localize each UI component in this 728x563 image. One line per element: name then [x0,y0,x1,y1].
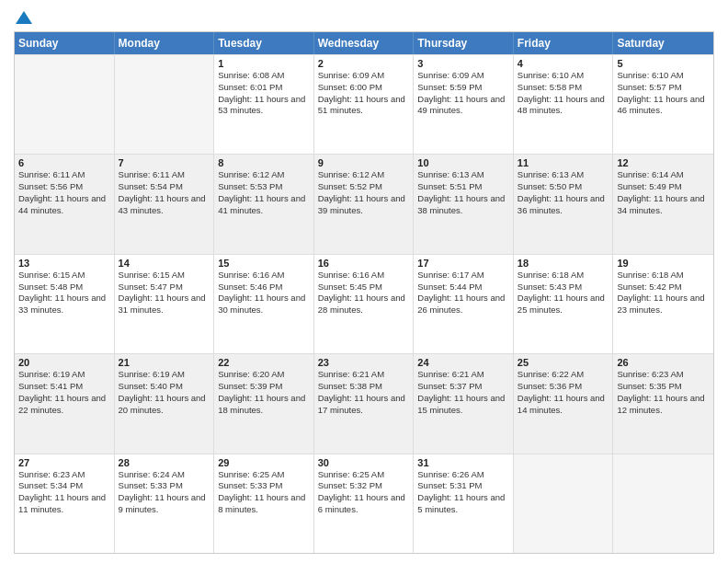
day-number: 22 [218,357,310,368]
sunrise-text: Sunrise: 6:23 AM [617,369,710,381]
calendar-cell: 16Sunrise: 6:16 AMSunset: 5:45 PMDayligh… [314,255,415,353]
sunrise-text: Sunrise: 6:12 AM [318,169,410,181]
day-number: 17 [417,258,509,269]
calendar-cell: 13Sunrise: 6:15 AMSunset: 5:48 PMDayligh… [15,255,115,353]
daylight-text: Daylight: 11 hours and 49 minutes. [417,94,509,118]
sunset-text: Sunset: 5:43 PM [518,282,609,293]
sunset-text: Sunset: 5:50 PM [518,181,609,193]
day-number: 5 [617,58,710,69]
logo [14,9,32,26]
day-number: 14 [119,258,210,269]
sunrise-text: Sunrise: 6:11 AM [18,169,110,181]
calendar-cell: 18Sunrise: 6:18 AMSunset: 5:43 PMDayligh… [514,255,614,353]
header-day-saturday: Saturday [613,32,713,54]
day-number: 3 [417,58,509,69]
calendar-body: 1Sunrise: 6:08 AMSunset: 6:01 PMDaylight… [15,54,713,553]
calendar-cell: 30Sunrise: 6:25 AMSunset: 5:32 PMDayligh… [314,454,415,553]
day-number: 19 [617,258,710,269]
calendar-header: SundayMondayTuesdayWednesdayThursdayFrid… [15,32,713,54]
calendar-cell: 4Sunrise: 6:10 AMSunset: 5:58 PMDaylight… [514,55,614,154]
day-number: 25 [518,357,609,368]
header-day-monday: Monday [115,32,215,54]
daylight-text: Daylight: 11 hours and 17 minutes. [318,393,410,417]
sunrise-text: Sunrise: 6:09 AM [417,70,509,82]
sunset-text: Sunset: 5:41 PM [18,381,110,393]
day-number: 29 [218,457,310,468]
sunrise-text: Sunrise: 6:11 AM [119,169,210,181]
calendar-row-3: 20Sunrise: 6:19 AMSunset: 5:41 PMDayligh… [15,353,713,453]
day-number: 30 [318,457,410,468]
day-number: 15 [218,258,310,269]
daylight-text: Daylight: 11 hours and 12 minutes. [617,393,710,417]
day-number: 26 [617,357,710,368]
sunrise-text: Sunrise: 6:22 AM [518,369,609,381]
sunrise-text: Sunrise: 6:17 AM [417,270,509,282]
day-number: 24 [417,357,509,368]
sunrise-text: Sunrise: 6:08 AM [218,70,310,82]
daylight-text: Daylight: 11 hours and 41 minutes. [218,193,310,217]
sunset-text: Sunset: 5:44 PM [417,282,509,293]
sunrise-text: Sunrise: 6:12 AM [218,169,310,181]
day-number: 11 [518,157,609,168]
calendar-cell: 23Sunrise: 6:21 AMSunset: 5:38 PMDayligh… [314,354,415,453]
sunrise-text: Sunrise: 6:21 AM [417,369,509,381]
day-number: 28 [119,457,210,468]
day-number: 20 [18,357,110,368]
calendar-cell: 26Sunrise: 6:23 AMSunset: 5:35 PMDayligh… [613,354,713,453]
sunset-text: Sunset: 5:54 PM [119,181,210,193]
calendar-cell: 2Sunrise: 6:09 AMSunset: 6:00 PMDaylight… [314,55,415,154]
calendar-row-4: 27Sunrise: 6:23 AMSunset: 5:34 PMDayligh… [15,454,713,553]
day-number: 4 [518,58,609,69]
daylight-text: Daylight: 11 hours and 31 minutes. [119,293,210,316]
daylight-text: Daylight: 11 hours and 43 minutes. [119,193,210,217]
calendar-cell: 28Sunrise: 6:24 AMSunset: 5:33 PMDayligh… [115,454,215,553]
daylight-text: Daylight: 11 hours and 8 minutes. [218,492,310,516]
sunset-text: Sunset: 5:56 PM [18,181,110,193]
calendar-cell: 21Sunrise: 6:19 AMSunset: 5:40 PMDayligh… [115,354,215,453]
sunrise-text: Sunrise: 6:21 AM [318,369,410,381]
day-number: 9 [318,157,410,168]
calendar-cell [514,454,614,553]
sunset-text: Sunset: 5:58 PM [518,82,609,94]
day-number: 1 [218,58,310,69]
calendar-cell: 27Sunrise: 6:23 AMSunset: 5:34 PMDayligh… [15,454,115,553]
sunset-text: Sunset: 5:40 PM [119,381,210,393]
calendar-cell: 7Sunrise: 6:11 AMSunset: 5:54 PMDaylight… [115,155,215,253]
sunset-text: Sunset: 5:33 PM [218,480,310,492]
daylight-text: Daylight: 11 hours and 53 minutes. [218,94,310,118]
sunset-text: Sunset: 5:32 PM [318,480,410,492]
daylight-text: Daylight: 11 hours and 6 minutes. [318,492,410,516]
header-day-thursday: Thursday [414,32,514,54]
daylight-text: Daylight: 11 hours and 39 minutes. [318,193,410,217]
day-number: 10 [417,157,509,168]
sunrise-text: Sunrise: 6:14 AM [617,169,710,181]
calendar-cell: 22Sunrise: 6:20 AMSunset: 5:39 PMDayligh… [214,354,314,453]
day-number: 8 [218,157,310,168]
sunset-text: Sunset: 5:52 PM [318,181,410,193]
sunset-text: Sunset: 5:31 PM [417,480,509,492]
sunset-text: Sunset: 5:53 PM [218,181,310,193]
sunset-text: Sunset: 5:36 PM [518,381,609,393]
sunrise-text: Sunrise: 6:10 AM [518,70,609,82]
daylight-text: Daylight: 11 hours and 9 minutes. [119,492,210,516]
sunset-text: Sunset: 5:49 PM [617,181,710,193]
daylight-text: Daylight: 11 hours and 30 minutes. [218,293,310,316]
daylight-text: Daylight: 11 hours and 34 minutes. [617,193,710,217]
daylight-text: Daylight: 11 hours and 33 minutes. [18,293,110,316]
sunrise-text: Sunrise: 6:13 AM [518,169,609,181]
daylight-text: Daylight: 11 hours and 51 minutes. [318,94,410,118]
calendar-cell: 1Sunrise: 6:08 AMSunset: 6:01 PMDaylight… [214,55,314,154]
sunrise-text: Sunrise: 6:25 AM [218,469,310,481]
calendar-cell: 25Sunrise: 6:22 AMSunset: 5:36 PMDayligh… [514,354,614,453]
sunset-text: Sunset: 6:00 PM [318,82,410,94]
day-number: 27 [18,457,110,468]
sunrise-text: Sunrise: 6:18 AM [617,270,710,282]
calendar-cell: 6Sunrise: 6:11 AMSunset: 5:56 PMDaylight… [15,155,115,253]
calendar-cell [15,55,115,154]
daylight-text: Daylight: 11 hours and 15 minutes. [417,393,509,417]
daylight-text: Daylight: 11 hours and 5 minutes. [417,492,509,516]
calendar-cell: 5Sunrise: 6:10 AMSunset: 5:57 PMDaylight… [613,55,713,154]
sunset-text: Sunset: 5:35 PM [617,381,710,393]
calendar-row-1: 6Sunrise: 6:11 AMSunset: 5:56 PMDaylight… [15,154,713,253]
daylight-text: Daylight: 11 hours and 38 minutes. [417,193,509,217]
